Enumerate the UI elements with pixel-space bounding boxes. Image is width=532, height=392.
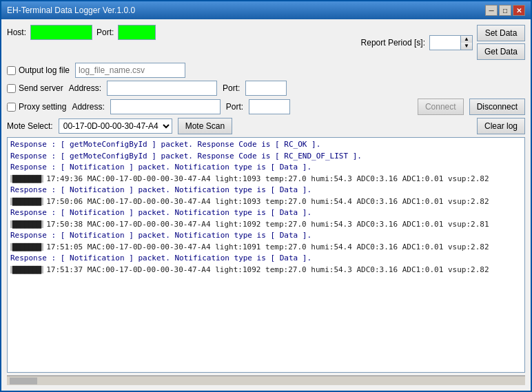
set-get-buttons: Set Data Get Data bbox=[477, 25, 525, 60]
log-line: Response : [ Notification ] packet. Noti… bbox=[10, 230, 522, 242]
output-log-checkbox-label: Output log file bbox=[7, 65, 70, 75]
report-period-spinbox: 60 ▲ ▼ bbox=[429, 35, 473, 50]
main-content: Host: Port: Report Period [s]: 60 ▲ ▼ Se… bbox=[1, 19, 531, 391]
output-log-label: Output log file bbox=[19, 65, 70, 75]
send-server-label: Send server bbox=[19, 83, 63, 93]
proxy-checkbox[interactable] bbox=[7, 103, 16, 112]
log-line: Response : [ getMoteConfigById ] packet.… bbox=[10, 151, 522, 163]
report-period-label: Report Period [s]: bbox=[361, 38, 425, 48]
output-log-checkbox[interactable] bbox=[7, 66, 16, 75]
report-period-input[interactable]: 60 bbox=[429, 35, 460, 50]
log-line: ███████17:50:06 MAC:00-17-0D-00-00-30-47… bbox=[10, 196, 522, 208]
spin-up-button[interactable]: ▲ bbox=[461, 36, 472, 43]
window-title: EH-Terminal Data Logger Ver.1.0.0 bbox=[7, 6, 135, 15]
log-timestamp: ███████ bbox=[10, 220, 43, 228]
set-data-button[interactable]: Set Data bbox=[477, 25, 525, 41]
log-time: 17:51:05 MAC:00-17-0D-00-00-30-47-A4 lig… bbox=[46, 243, 489, 251]
log-area[interactable]: Response : [ getMoteConfigById ] packet.… bbox=[7, 137, 525, 373]
title-bar-buttons: ─ □ ✕ bbox=[485, 5, 525, 16]
log-line: Response : [ Notification ] packet. Noti… bbox=[10, 207, 522, 219]
log-timestamp: ███████ bbox=[10, 175, 43, 183]
port-input[interactable] bbox=[118, 25, 156, 40]
send-server-port-input[interactable] bbox=[245, 81, 287, 96]
log-time: 17:49:36 MAC:00-17-0D-00-00-30-47-A4 lig… bbox=[46, 174, 489, 183]
host-label: Host: bbox=[7, 28, 26, 37]
send-server-address-label: Address: bbox=[69, 83, 101, 93]
proxy-address-input[interactable] bbox=[110, 99, 221, 114]
maximize-button[interactable]: □ bbox=[499, 5, 511, 16]
close-button[interactable]: ✕ bbox=[513, 5, 525, 16]
proxy-checkbox-label: Proxy setting bbox=[7, 102, 66, 112]
spinbox-arrows: ▲ ▼ bbox=[460, 35, 473, 50]
log-line: ███████17:49:36 MAC:00-17-0D-00-00-30-47… bbox=[10, 174, 522, 185]
minimize-button[interactable]: ─ bbox=[485, 5, 498, 16]
send-server-address-input[interactable] bbox=[107, 81, 217, 96]
disconnect-button[interactable]: Disconnect bbox=[469, 99, 525, 115]
log-line: Response : [ Notification ] packet. Noti… bbox=[10, 253, 522, 265]
send-server-checkbox[interactable] bbox=[7, 84, 16, 93]
mote-select-label: Mote Select: bbox=[7, 121, 53, 131]
mote-scan-button[interactable]: Mote Scan bbox=[178, 118, 232, 134]
proxy-port-label: Port: bbox=[226, 102, 243, 112]
log-timestamp: ███████ bbox=[10, 243, 43, 251]
proxy-address-label: Address: bbox=[72, 102, 104, 112]
log-timestamp: ███████ bbox=[10, 198, 43, 205]
proxy-port-input[interactable] bbox=[249, 99, 290, 114]
log-line: ███████17:51:05 MAC:00-17-0D-00-00-30-47… bbox=[10, 242, 522, 254]
log-time: 17:51:37 MAC:00-17-0D-00-00-30-47-A4 lig… bbox=[46, 265, 489, 274]
horizontal-scrollbar[interactable] bbox=[7, 375, 525, 385]
log-line: Response : [ Notification ] packet. Noti… bbox=[10, 162, 522, 174]
log-time: 17:50:06 MAC:00-17-0D-00-00-30-47-A4 lig… bbox=[46, 197, 489, 206]
log-line: Response : [ Notification ] packet. Noti… bbox=[10, 185, 522, 196]
mote-select-dropdown[interactable]: 00-17-0D-00-00-30-47-A4 bbox=[59, 118, 172, 134]
output-log-row: Output log file bbox=[7, 63, 525, 78]
connect-button: Connect bbox=[418, 99, 464, 115]
host-input[interactable] bbox=[30, 25, 92, 40]
get-data-button[interactable]: Get Data bbox=[477, 43, 525, 60]
scroll-thumb[interactable] bbox=[10, 378, 37, 384]
log-time: 17:50:38 MAC:00-17-0D-00-00-30-47-A4 lig… bbox=[46, 220, 489, 229]
proxy-label: Proxy setting bbox=[19, 102, 66, 112]
log-line: ███████17:50:38 MAC:00-17-0D-00-00-30-47… bbox=[10, 219, 522, 231]
log-line: Response : [ getMoteConfigById ] packet.… bbox=[10, 139, 522, 151]
proxy-row: Proxy setting Address: Port: Connect Dis… bbox=[7, 99, 525, 115]
mote-row: Mote Select: 00-17-0D-00-00-30-47-A4 Mot… bbox=[7, 118, 525, 134]
log-line: ███████17:51:37 MAC:00-17-0D-00-00-30-47… bbox=[10, 265, 522, 276]
title-bar: EH-Terminal Data Logger Ver.1.0.0 ─ □ ✕ bbox=[1, 1, 531, 19]
send-server-row: Send server Address: Port: bbox=[7, 81, 525, 96]
clear-log-button[interactable]: Clear log bbox=[477, 118, 525, 134]
send-server-checkbox-label: Send server bbox=[7, 83, 63, 93]
spin-down-button[interactable]: ▼ bbox=[461, 43, 472, 50]
port-label: Port: bbox=[96, 28, 114, 37]
main-window: EH-Terminal Data Logger Ver.1.0.0 ─ □ ✕ … bbox=[0, 0, 532, 392]
log-filename-input[interactable] bbox=[75, 63, 185, 78]
log-timestamp: ███████ bbox=[10, 266, 43, 274]
send-server-port-label: Port: bbox=[223, 83, 240, 93]
